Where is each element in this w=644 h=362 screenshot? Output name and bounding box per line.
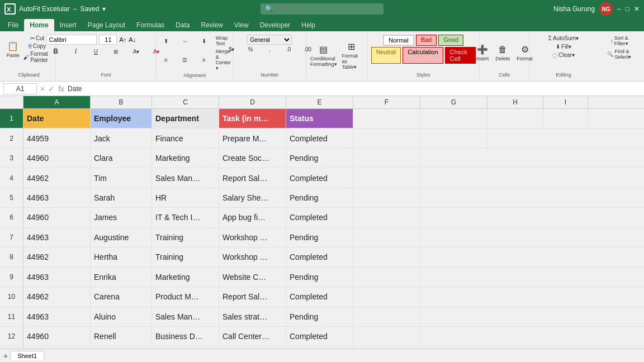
minimize-button[interactable]: – [617,5,621,13]
cell-d6[interactable]: App bug fi… [219,208,286,227]
col-header-i[interactable]: I [543,96,588,108]
cell-b11[interactable]: Aluino [91,307,152,326]
cell-b8[interactable]: Hertha [91,247,152,266]
tab-insert[interactable]: Insert [54,19,82,31]
cell-a6[interactable]: 44960 [23,208,91,227]
col-header-h[interactable]: H [487,96,543,108]
cell-i1[interactable] [543,109,588,128]
cell-d3[interactable]: Create Soc… [219,149,286,168]
cell-e3[interactable]: Pending [286,149,353,168]
cell-f6[interactable] [353,208,420,227]
col-header-b[interactable]: B [91,96,152,108]
dropdown-arrow[interactable]: ▾ [102,5,106,13]
cell-a11[interactable]: 44963 [23,307,91,326]
find-select-button[interactable]: 🔍 Find &Select▾ [605,48,633,60]
search-input[interactable] [277,5,377,13]
add-sheet-button[interactable]: + [3,351,8,360]
cell-b10[interactable]: Carena [91,287,152,306]
row-num-10[interactable]: 10 [0,287,23,306]
cell-f4[interactable] [353,168,420,187]
align-middle-button[interactable]: ↔ [176,35,194,47]
cell-b9[interactable]: Enrika [91,268,152,287]
cell-c8[interactable]: Training [152,247,219,266]
cell-c5[interactable]: HR [152,188,219,207]
cell-a1[interactable]: Date [23,109,91,128]
font-name-input[interactable] [46,35,97,45]
cell-e4[interactable]: Completed [286,168,353,187]
cell-f3[interactable] [353,149,420,168]
insert-cells-button[interactable]: ➕ Insert [473,42,492,63]
maximize-button[interactable]: □ [626,5,629,13]
cell-e10[interactable]: Completed [286,287,353,306]
row-num-3[interactable]: 3 [0,149,23,168]
tab-view[interactable]: View [229,19,254,31]
italic-button[interactable]: I [67,47,84,56]
cell-b5[interactable]: Sarah [91,188,152,207]
cell-c1[interactable]: Department [152,109,219,128]
tab-home[interactable]: Home [24,19,54,31]
tab-help[interactable]: Help [296,19,321,31]
cell-d5[interactable]: Salary She… [219,188,286,207]
style-good[interactable]: Good [438,35,463,46]
tab-developer[interactable]: Developer [254,19,296,31]
cell-b3[interactable]: Clara [91,149,152,168]
style-bad[interactable]: Bad [416,35,437,46]
cell-c11[interactable]: Sales Man… [152,307,219,326]
currency-button[interactable]: $▾ [222,46,240,53]
row-num-2[interactable]: 2 [0,128,23,147]
cell-g1[interactable] [420,109,487,128]
cell-f10[interactable] [353,287,420,306]
cell-e5[interactable]: Pending [286,188,353,207]
cell-b4[interactable]: Tim [91,168,152,187]
style-check-cell[interactable]: Check Cell [445,47,476,64]
cell-f9[interactable] [353,268,420,287]
col-header-d[interactable]: D [219,96,286,108]
format-as-table-button[interactable]: ⊞ Format asTable▾ [339,40,364,72]
cell-f7[interactable] [353,228,420,247]
cell-e1[interactable]: Status [286,109,353,128]
font-size-input[interactable] [99,35,117,45]
sort-filter-button[interactable]: ↕ Sort &Filter▾ [608,35,631,47]
font-increase-button[interactable]: A↑ [119,36,126,43]
cell-f1[interactable] [353,109,420,128]
cell-a9[interactable]: 44963 [23,268,91,287]
delete-cells-button[interactable]: 🗑 Delete [493,43,513,63]
underline-button[interactable]: U [87,48,105,55]
cell-a3[interactable]: 44960 [23,149,91,168]
user-avatar[interactable]: NG [599,2,613,16]
fill-button[interactable]: ⬇ Fill▾ [553,43,574,50]
cell-d7[interactable]: Workshop … [219,228,286,247]
clear-button[interactable]: ◌ Clear▾ [550,51,577,59]
row-num-6[interactable]: 6 [0,208,23,227]
cell-c9[interactable]: Marketing [152,268,219,287]
align-bottom-button[interactable]: ⬇ [195,35,213,47]
search-box[interactable]: 🔍 [261,3,383,15]
row-num-1[interactable]: 1 [0,109,23,128]
tab-formulas[interactable]: Formulas [131,19,170,31]
cell-d4[interactable]: Report Sal… [219,168,286,187]
tab-review[interactable]: Review [195,19,228,31]
cell-a2[interactable]: 44959 [23,128,91,147]
cell-b1[interactable]: Employee [91,109,152,128]
col-header-c[interactable]: C [152,96,219,108]
cell-d11[interactable]: Sales strat… [219,307,286,326]
row-num-4[interactable]: 4 [0,168,23,187]
tab-data[interactable]: Data [170,19,195,31]
cell-f2[interactable] [353,128,420,147]
font-decrease-button[interactable]: A↓ [129,36,136,43]
row-num-8[interactable]: 8 [0,247,23,266]
cell-d1[interactable]: Task (in m… [219,109,286,128]
cell-c3[interactable]: Marketing [152,149,219,168]
cell-f5[interactable] [353,188,420,207]
comma-button[interactable]: , [261,46,278,53]
align-right-button[interactable]: ≡ [195,48,213,72]
number-format-select[interactable]: General [247,35,292,45]
conditional-formatting-button[interactable]: ▤ ConditionalFormatting▾ [309,42,338,69]
cell-f12[interactable] [353,327,420,346]
percent-button[interactable]: % [242,46,259,53]
cell-c6[interactable]: IT & Tech I… [152,208,219,227]
cell-a7[interactable]: 44963 [23,228,91,247]
cell-a12[interactable]: 44960 [23,327,91,346]
row-num-5[interactable]: 5 [0,188,23,207]
row-num-11[interactable]: 11 [0,307,23,326]
